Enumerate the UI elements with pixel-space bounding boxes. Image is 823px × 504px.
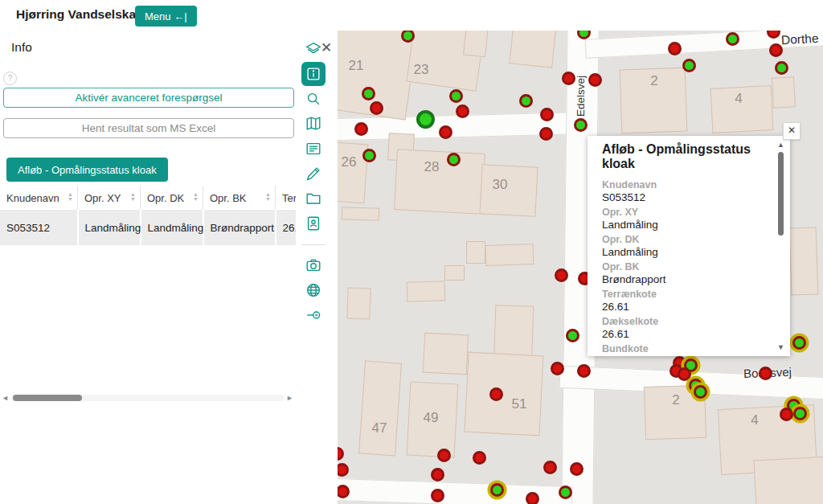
table-row[interactable]: S053512LandmålingLandmålingBrøndrapport2… <box>0 210 296 245</box>
popup-field: Opr. BKBrøndrapport <box>602 261 763 285</box>
top-bar: Hjørring Vandselskab Menu ←| <box>0 0 823 31</box>
column-header[interactable]: Opr. BK▲▼ <box>203 186 276 210</box>
map-node-red[interactable] <box>439 125 452 139</box>
map-node-green[interactable] <box>726 32 739 46</box>
map-node-red[interactable] <box>540 108 554 121</box>
camera-icon[interactable] <box>301 253 326 277</box>
contact-card-icon[interactable] <box>301 211 326 236</box>
map-node-green[interactable] <box>519 94 533 108</box>
sort-icon[interactable]: ▲▼ <box>193 192 199 202</box>
map-icon[interactable] <box>301 112 326 136</box>
map-node-red[interactable] <box>543 461 557 474</box>
map-canvas[interactable]: 21232628304749512424DortheEdelsvejBodils… <box>338 31 823 504</box>
map-node-red[interactable] <box>526 492 539 504</box>
popup-field-label: Dækselkote <box>602 316 763 328</box>
map-node-red[interactable] <box>555 268 568 282</box>
map-node-green[interactable] <box>792 336 806 350</box>
scroll-left-icon[interactable]: ◄ <box>2 394 10 402</box>
map-node-red[interactable] <box>338 447 344 461</box>
sort-icon[interactable]: ▲▼ <box>68 192 73 202</box>
map-node-green[interactable] <box>362 87 375 100</box>
map-node-green[interactable] <box>362 149 376 162</box>
building <box>444 265 465 281</box>
app-window: { "colors": {"teal":"#0e9488","red":"#d6… <box>0 0 823 504</box>
folder-icon[interactable] <box>301 186 326 211</box>
building-number: 49 <box>424 410 439 426</box>
building <box>479 164 538 217</box>
popup-close-icon[interactable]: ✕ <box>783 122 800 140</box>
map-node-red[interactable] <box>437 449 451 462</box>
building <box>394 149 485 215</box>
map-node-green[interactable] <box>447 153 461 166</box>
excel-export-button[interactable]: Hent resultat som MS Excel <box>3 118 294 138</box>
menu-button[interactable]: Menu ←| <box>135 6 197 27</box>
map-node-green[interactable] <box>694 385 707 399</box>
map-node-red[interactable] <box>780 408 793 421</box>
map-node-green[interactable] <box>566 329 579 342</box>
map-node-red[interactable] <box>551 362 564 375</box>
map-node-green[interactable] <box>449 89 463 103</box>
map-node-red[interactable] <box>562 72 575 85</box>
map-node-red[interactable] <box>570 462 583 476</box>
column-header[interactable]: Opr. XY▲▼ <box>78 186 141 210</box>
map-node-red[interactable] <box>678 367 691 381</box>
map-node-red[interactable] <box>473 451 486 465</box>
map-node-green[interactable] <box>682 59 696 72</box>
building-number: 21 <box>349 58 364 74</box>
scroll-right-icon[interactable]: ► <box>286 394 294 402</box>
map-node-green[interactable] <box>574 118 588 132</box>
building-number: 4 <box>751 412 758 428</box>
building <box>358 361 402 457</box>
form-icon[interactable] <box>301 137 326 161</box>
map-node-green[interactable] <box>416 110 435 129</box>
result-set-button[interactable]: Afløb - Opmålingsstatus kloak <box>6 158 168 182</box>
help-icon[interactable]: ? <box>3 72 17 85</box>
map-node-red[interactable] <box>354 122 368 136</box>
map-node-red[interactable] <box>456 104 469 118</box>
result-table: Knudenavn▲▼Opr. XY▲▼Opr. DK▲▼Opr. BK▲▼Te… <box>0 186 296 245</box>
map-popup: Afløb - Opmålingsstatus kloak KnudenavnS… <box>588 136 790 356</box>
map-node-red[interactable] <box>431 489 444 502</box>
table-cell: Brøndrapport <box>203 210 276 245</box>
building-number: 2 <box>672 392 679 408</box>
building <box>772 76 796 108</box>
advanced-query-button[interactable]: Aktivér avanceret forespørgsel <box>3 88 294 108</box>
popup-field: Terrænkote26.61 <box>602 289 763 313</box>
map-node-red[interactable] <box>489 387 503 401</box>
map-node-red[interactable] <box>431 468 444 481</box>
horizontal-scrollbar[interactable]: ◄ ► <box>0 392 296 404</box>
pencil-icon[interactable] <box>301 162 326 186</box>
sort-icon[interactable]: ▲▼ <box>265 192 271 202</box>
sort-icon[interactable]: ▲▼ <box>130 192 136 202</box>
scrollbar-thumb[interactable] <box>13 395 82 401</box>
column-header[interactable]: Opr. DK▲▼ <box>141 186 203 210</box>
column-header[interactable]: Terrænkote▲▼ <box>276 186 297 210</box>
map-node-red[interactable] <box>759 367 772 380</box>
map-node-red[interactable] <box>539 127 553 141</box>
map-node-red[interactable] <box>769 43 783 57</box>
building <box>342 207 380 221</box>
map-node-green[interactable] <box>559 486 572 499</box>
globe-icon[interactable] <box>301 278 326 302</box>
layers-icon[interactable] <box>301 37 326 61</box>
link-icon[interactable] <box>301 303 326 327</box>
popup-field-value: 26.61 <box>602 328 763 340</box>
popup-scrollbar[interactable]: ▲ ▼ <box>775 141 787 351</box>
scroll-up-icon[interactable]: ▲ <box>776 141 785 149</box>
popup-scrollbar-thumb[interactable] <box>778 152 784 236</box>
map-node-red[interactable] <box>668 42 682 55</box>
info-panel: Info ✕ ? Aktivér avanceret forespørgsel … <box>0 31 338 504</box>
scroll-down-icon[interactable]: ▼ <box>776 343 785 351</box>
map-node-green[interactable] <box>490 483 504 497</box>
search-icon[interactable] <box>301 87 326 111</box>
popup-field: Opr. XYLandmåling <box>602 207 763 231</box>
map-node-green[interactable] <box>775 61 788 75</box>
map-node-red[interactable] <box>338 463 349 477</box>
map-node-red[interactable] <box>577 364 591 378</box>
building-number: 28 <box>424 159 440 175</box>
map-node-red[interactable] <box>370 101 383 115</box>
info-icon[interactable] <box>301 62 326 86</box>
map-node-red[interactable] <box>588 73 602 87</box>
map-node-green[interactable] <box>793 407 807 420</box>
column-header[interactable]: Knudenavn▲▼ <box>0 186 78 210</box>
